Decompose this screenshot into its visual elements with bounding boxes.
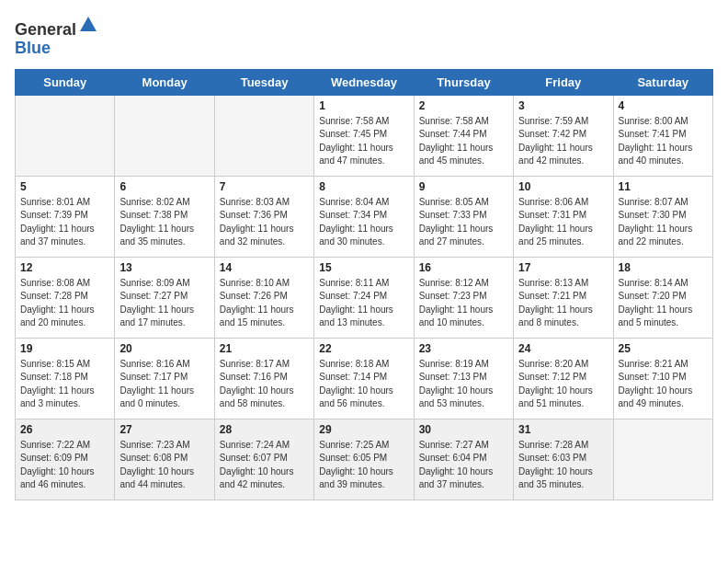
calendar-week-row: 26Sunrise: 7:22 AMSunset: 6:09 PMDayligh… [16,419,713,500]
day-number: 29 [319,423,408,436]
day-info: Sunrise: 8:00 AMSunset: 7:41 PMDaylight:… [619,115,708,168]
calendar-day-cell: 3Sunrise: 7:59 AMSunset: 7:42 PMDaylight… [514,95,613,176]
calendar-header-row: SundayMondayTuesdayWednesdayThursdayFrid… [16,69,713,95]
day-info: Sunrise: 8:13 AMSunset: 7:21 PMDaylight:… [518,277,608,330]
svg-marker-0 [80,17,97,31]
day-number: 13 [119,261,209,274]
day-info: Sunrise: 7:58 AMSunset: 7:45 PMDaylight:… [319,115,408,168]
calendar-day-cell: 24Sunrise: 8:20 AMSunset: 7:12 PMDayligh… [514,338,613,419]
calendar-day-cell: 18Sunrise: 8:14 AMSunset: 7:20 PMDayligh… [613,257,712,338]
logo-general: General [15,20,76,39]
day-number: 23 [419,342,508,355]
day-info: Sunrise: 7:23 AMSunset: 6:08 PMDaylight:… [119,439,209,492]
day-number: 14 [220,261,309,274]
logo: General Blue [15,15,98,58]
day-info: Sunrise: 8:16 AMSunset: 7:17 PMDaylight:… [119,358,209,411]
calendar-day-cell: 27Sunrise: 7:23 AMSunset: 6:08 PMDayligh… [115,419,214,500]
day-number: 27 [119,423,209,436]
day-number: 1 [319,99,408,112]
calendar-day-cell: 17Sunrise: 8:13 AMSunset: 7:21 PMDayligh… [514,257,613,338]
calendar-day-cell: 22Sunrise: 8:18 AMSunset: 7:14 PMDayligh… [314,338,414,419]
day-number: 30 [419,423,508,436]
calendar-day-cell: 19Sunrise: 8:15 AMSunset: 7:18 PMDayligh… [16,338,115,419]
calendar-day-cell: 8Sunrise: 8:04 AMSunset: 7:34 PMDaylight… [314,176,414,257]
day-info: Sunrise: 8:12 AMSunset: 7:23 PMDaylight:… [419,277,508,330]
calendar-day-cell: 7Sunrise: 8:03 AMSunset: 7:36 PMDaylight… [214,176,313,257]
day-info: Sunrise: 8:17 AMSunset: 7:16 PMDaylight:… [220,358,309,411]
calendar-day-cell: 4Sunrise: 8:00 AMSunset: 7:41 PMDaylight… [613,95,712,176]
day-info: Sunrise: 8:11 AMSunset: 7:24 PMDaylight:… [319,277,408,330]
day-info: Sunrise: 7:28 AMSunset: 6:03 PMDaylight:… [518,439,608,492]
calendar-day-cell: 28Sunrise: 7:24 AMSunset: 6:07 PMDayligh… [214,419,313,500]
calendar-day-cell: 16Sunrise: 8:12 AMSunset: 7:23 PMDayligh… [414,257,513,338]
day-info: Sunrise: 8:15 AMSunset: 7:18 PMDaylight:… [20,358,109,411]
calendar-day-cell [613,419,712,500]
calendar-week-row: 19Sunrise: 8:15 AMSunset: 7:18 PMDayligh… [16,338,713,419]
day-number: 18 [619,261,708,274]
calendar-day-cell [16,95,115,176]
day-info: Sunrise: 8:18 AMSunset: 7:14 PMDaylight:… [319,358,408,411]
calendar-day-cell: 29Sunrise: 7:25 AMSunset: 6:05 PMDayligh… [314,419,414,500]
calendar-day-cell: 14Sunrise: 8:10 AMSunset: 7:26 PMDayligh… [214,257,313,338]
calendar-day-cell: 23Sunrise: 8:19 AMSunset: 7:13 PMDayligh… [414,338,513,419]
day-info: Sunrise: 8:19 AMSunset: 7:13 PMDaylight:… [419,358,508,411]
day-info: Sunrise: 8:20 AMSunset: 7:12 PMDaylight:… [518,358,608,411]
calendar-day-cell: 11Sunrise: 8:07 AMSunset: 7:30 PMDayligh… [613,176,712,257]
calendar-day-cell [214,95,313,176]
day-info: Sunrise: 8:01 AMSunset: 7:39 PMDaylight:… [20,196,109,249]
day-number: 28 [220,423,309,436]
day-info: Sunrise: 8:04 AMSunset: 7:34 PMDaylight:… [319,196,408,249]
day-info: Sunrise: 8:05 AMSunset: 7:33 PMDaylight:… [419,196,508,249]
day-number: 12 [20,261,109,274]
day-number: 8 [319,180,408,193]
day-info: Sunrise: 7:25 AMSunset: 6:05 PMDaylight:… [319,439,408,492]
day-info: Sunrise: 8:02 AMSunset: 7:38 PMDaylight:… [119,196,209,249]
day-info: Sunrise: 7:58 AMSunset: 7:44 PMDaylight:… [419,115,508,168]
day-info: Sunrise: 8:21 AMSunset: 7:10 PMDaylight:… [619,358,708,411]
calendar-day-cell: 31Sunrise: 7:28 AMSunset: 6:03 PMDayligh… [514,419,613,500]
day-info: Sunrise: 7:22 AMSunset: 6:09 PMDaylight:… [20,439,109,492]
day-info: Sunrise: 8:08 AMSunset: 7:28 PMDaylight:… [20,277,109,330]
day-number: 5 [20,180,109,193]
day-info: Sunrise: 7:27 AMSunset: 6:04 PMDaylight:… [419,439,508,492]
day-number: 26 [20,423,109,436]
day-number: 19 [20,342,109,355]
calendar-day-cell: 6Sunrise: 8:02 AMSunset: 7:38 PMDaylight… [115,176,214,257]
day-number: 25 [619,342,708,355]
day-number: 17 [518,261,608,274]
day-number: 11 [619,180,708,193]
day-info: Sunrise: 7:59 AMSunset: 7:42 PMDaylight:… [518,115,608,168]
calendar-day-cell: 9Sunrise: 8:05 AMSunset: 7:33 PMDaylight… [414,176,513,257]
calendar-week-row: 1Sunrise: 7:58 AMSunset: 7:45 PMDaylight… [16,95,713,176]
calendar-day-cell: 15Sunrise: 8:11 AMSunset: 7:24 PMDayligh… [314,257,414,338]
day-number: 2 [419,99,508,112]
day-number: 3 [518,99,608,112]
calendar-day-header: Sunday [16,69,115,95]
calendar-day-cell: 2Sunrise: 7:58 AMSunset: 7:44 PMDaylight… [414,95,513,176]
day-number: 4 [619,99,708,112]
calendar-day-cell: 25Sunrise: 8:21 AMSunset: 7:10 PMDayligh… [613,338,712,419]
calendar-day-cell: 5Sunrise: 8:01 AMSunset: 7:39 PMDaylight… [16,176,115,257]
calendar-day-cell: 13Sunrise: 8:09 AMSunset: 7:27 PMDayligh… [115,257,214,338]
day-number: 6 [119,180,209,193]
calendar-week-row: 5Sunrise: 8:01 AMSunset: 7:39 PMDaylight… [16,176,713,257]
day-number: 24 [518,342,608,355]
day-number: 31 [518,423,608,436]
day-info: Sunrise: 8:10 AMSunset: 7:26 PMDaylight:… [220,277,309,330]
day-number: 9 [419,180,508,193]
calendar-day-header: Monday [115,69,214,95]
day-info: Sunrise: 8:06 AMSunset: 7:31 PMDaylight:… [518,196,608,249]
calendar-day-cell [115,95,214,176]
day-info: Sunrise: 8:09 AMSunset: 7:27 PMDaylight:… [119,277,209,330]
day-number: 22 [319,342,408,355]
day-number: 21 [220,342,309,355]
calendar-day-cell: 26Sunrise: 7:22 AMSunset: 6:09 PMDayligh… [16,419,115,500]
day-number: 15 [319,261,408,274]
calendar-day-header: Wednesday [314,69,414,95]
logo-icon [78,15,98,35]
calendar-day-cell: 12Sunrise: 8:08 AMSunset: 7:28 PMDayligh… [16,257,115,338]
calendar-day-header: Tuesday [214,69,313,95]
calendar-day-cell: 21Sunrise: 8:17 AMSunset: 7:16 PMDayligh… [214,338,313,419]
calendar-day-header: Thursday [414,69,513,95]
calendar-day-cell: 1Sunrise: 7:58 AMSunset: 7:45 PMDaylight… [314,95,414,176]
